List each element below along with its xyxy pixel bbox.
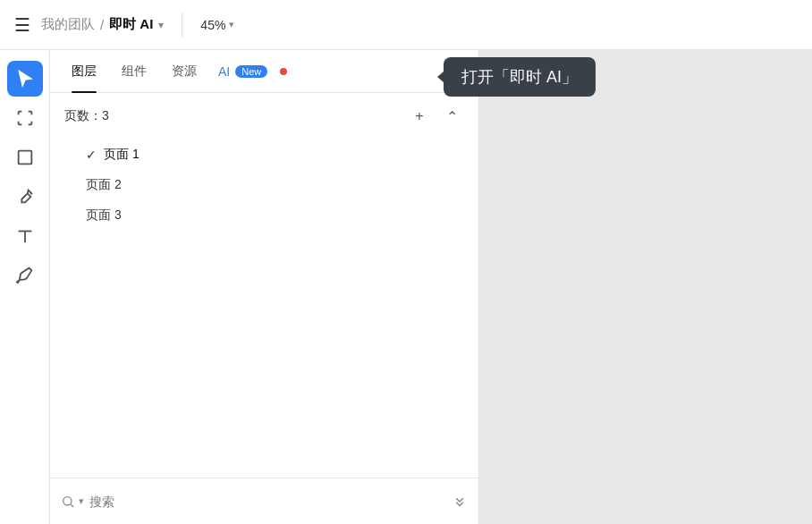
page-name-2: 页面 2 xyxy=(86,177,122,193)
add-page-button[interactable]: + xyxy=(407,104,432,129)
page-item-1[interactable]: ✓ 页面 1 xyxy=(57,139,471,170)
zoom-value: 45% xyxy=(200,18,225,32)
header: ☰ 我的团队 / 即时 AI ▾ 45% ▾ xyxy=(0,0,812,50)
left-toolbar xyxy=(0,50,50,524)
page-name-3: 页面 3 xyxy=(86,207,122,224)
menu-icon[interactable]: ☰ xyxy=(14,14,30,36)
main-body: 图层 组件 资源 AI New 打开「即时 AI」 页数：3 xyxy=(0,50,812,524)
pages-header: 页数：3 + ⌃ xyxy=(50,93,478,139)
search-icon-area[interactable]: ▾ xyxy=(61,494,84,509)
svg-rect-8 xyxy=(18,151,31,165)
select-tool[interactable] xyxy=(7,61,43,97)
tab-layers[interactable]: 图层 xyxy=(61,50,107,93)
frame-tool[interactable] xyxy=(7,100,43,136)
header-divider xyxy=(182,13,182,38)
page-list: ✓ 页面 1 页面 2 页面 3 xyxy=(50,139,478,238)
page-active-check: ✓ xyxy=(86,148,97,162)
project-name: 即时 AI xyxy=(109,16,153,33)
bottom-search: ▾ xyxy=(50,478,478,524)
pen-tool[interactable] xyxy=(7,179,43,215)
pages-count-label: 页数：3 xyxy=(64,108,109,124)
tab-ai[interactable]: AI New xyxy=(211,50,275,93)
svg-line-12 xyxy=(71,504,73,507)
canvas-area xyxy=(479,50,812,524)
breadcrumb: 我的团队 / 即时 AI ▾ xyxy=(41,16,164,33)
search-icon xyxy=(61,494,75,509)
filter-icon xyxy=(452,494,468,510)
search-dropdown-icon: ▾ xyxy=(79,495,84,507)
zoom-chevron-icon: ▾ xyxy=(229,19,234,30)
page-name-1: 页面 1 xyxy=(104,147,140,163)
pages-section: 页数：3 + ⌃ ✓ 页面 1 页面 2 页面 3 xyxy=(50,93,478,478)
project-chevron-icon[interactable]: ▾ xyxy=(158,19,164,31)
left-panel: 图层 组件 资源 AI New 打开「即时 AI」 页数：3 xyxy=(50,50,479,524)
page-item-3[interactable]: 页面 3 xyxy=(57,200,471,231)
panel-tabs: 图层 组件 资源 AI New 打开「即时 AI」 xyxy=(50,50,478,93)
search-input[interactable] xyxy=(89,494,446,509)
search-filter-button[interactable] xyxy=(452,494,468,510)
svg-point-11 xyxy=(63,496,72,504)
zoom-control[interactable]: 45% ▾ xyxy=(200,18,234,32)
breadcrumb-separator: / xyxy=(100,17,104,32)
tab-ai-label: AI xyxy=(218,64,230,79)
tab-assets[interactable]: 资源 xyxy=(161,50,207,93)
page-item-2[interactable]: 页面 2 xyxy=(57,170,471,200)
text-tool[interactable] xyxy=(7,218,43,254)
tab-components[interactable]: 组件 xyxy=(111,50,157,93)
collapse-pages-button[interactable]: ⌃ xyxy=(439,104,464,129)
brush-tool[interactable] xyxy=(7,258,43,293)
team-name: 我的团队 xyxy=(41,16,95,33)
pages-actions: + ⌃ xyxy=(407,104,464,129)
tab-ai-badge: New xyxy=(235,65,267,78)
ai-notification-dot xyxy=(280,68,287,75)
rect-tool[interactable] xyxy=(7,139,43,175)
